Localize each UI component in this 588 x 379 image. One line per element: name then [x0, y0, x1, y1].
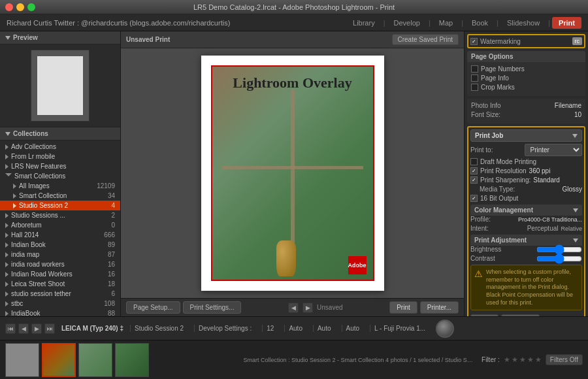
printer-final-button[interactable]: Printer... [420, 301, 459, 314]
crop-marks-row: Crop Marks [471, 84, 581, 91]
minimize-button[interactable] [16, 3, 24, 11]
crop-marks-label[interactable]: Crop Marks [471, 84, 515, 91]
tab-book[interactable]: Book [465, 17, 495, 29]
warning-box: ⚠ When selecting a custom profile, remem… [470, 265, 582, 310]
list-item[interactable]: Smart Collections [0, 171, 120, 181]
close-button[interactable] [5, 3, 13, 11]
arrow-icon [5, 242, 8, 248]
list-item[interactable]: Adv Collections [0, 142, 120, 152]
list-item[interactable]: india map 87 [0, 250, 120, 259]
print-sharpening-checkbox[interactable] [470, 176, 478, 184]
page-numbers-checkbox[interactable] [471, 65, 478, 73]
draft-mode-label[interactable]: Draft Mode Printing [470, 158, 536, 165]
print-button[interactable]: Print [470, 314, 498, 316]
page-info-checkbox[interactable] [471, 74, 478, 82]
print-job-header[interactable]: Print Job [470, 129, 582, 142]
print-buttons: Print Printer... [389, 301, 459, 314]
print-to-select[interactable]: Printer [525, 144, 583, 156]
list-item[interactable]: All Images 12109 [0, 181, 120, 191]
list-item[interactable]: Indian Book 89 [0, 240, 120, 250]
list-item[interactable]: Smart Collection 34 [0, 191, 120, 201]
studio-session-2-item[interactable]: Studio Session 2 4 [0, 201, 120, 210]
list-item[interactable]: Studio Sessions ... 2 [0, 210, 120, 220]
prev-page-button[interactable]: ◀ [288, 303, 299, 313]
print-page: Lightroom Overlay Adobe [201, 56, 384, 291]
page-info-row: Page Info [471, 74, 581, 82]
page-numbers-label[interactable]: Page Numbers [471, 65, 525, 73]
list-item[interactable]: Arboretum 0 [0, 220, 120, 230]
next-button[interactable]: ▶ [31, 323, 42, 334]
list-item[interactable]: Leica Street Shoot 18 [0, 279, 120, 289]
filmstrip-thumb-1[interactable] [5, 343, 39, 377]
next-page-button[interactable]: ▶ [302, 303, 313, 313]
filters-off-button[interactable]: Filters Off [546, 354, 583, 365]
list-item[interactable]: india road workers 16 [0, 259, 120, 269]
arrow-icon [5, 291, 8, 297]
page-options-body: Page Numbers Page Info Crop Marks [467, 62, 585, 96]
layout-info: Unsaved [317, 304, 342, 311]
tab-develop[interactable]: Develop [387, 17, 427, 29]
list-item[interactable]: LRS New Features [0, 161, 120, 171]
filmstrip-thumb-4[interactable] [115, 343, 149, 377]
arrow-icon [13, 193, 16, 199]
create-saved-button[interactable]: Create Saved Print [392, 34, 459, 45]
watermark-badge: rc [572, 37, 583, 45]
print-resolution-checkbox[interactable] [470, 167, 478, 174]
exposure-dial[interactable] [436, 320, 454, 338]
preview-panel [0, 44, 120, 127]
tab-slideshow[interactable]: Slideshow [500, 17, 546, 29]
collections-header[interactable]: Collections [0, 127, 120, 140]
print-canvas: Lightroom Overlay Adobe [121, 48, 464, 298]
vase-shape [276, 240, 296, 276]
page-setup-button[interactable]: Page Setup... [126, 301, 180, 314]
print-sharpening-label[interactable]: Print Sharpening: [470, 176, 531, 184]
crop-marks-checkbox[interactable] [471, 84, 478, 91]
arrow-icon [5, 272, 8, 277]
print-settings-button[interactable]: Print Settings... [183, 301, 242, 314]
last-button[interactable]: ⏭ [44, 323, 55, 334]
preview-header[interactable]: Preview [0, 31, 120, 44]
color-mgmt-header[interactable]: Color Management [470, 205, 582, 216]
adobe-logo: Adobe [348, 256, 367, 274]
sixteen-bit-label[interactable]: 16 Bit Output [470, 195, 518, 202]
contrast-slider[interactable] [536, 256, 582, 261]
page-info-label[interactable]: Page Info [471, 74, 509, 82]
list-item[interactable]: stbc 108 [0, 299, 120, 308]
filmstrip-thumb-3[interactable] [78, 343, 112, 377]
print-resolution-label[interactable]: Print Resolution [470, 167, 527, 174]
photo-info-body: Photo Info Filename Font Size: 10 [467, 99, 585, 124]
brightness-slider[interactable] [536, 247, 582, 252]
filmstrip-controls: Filter : ★ ★ ★ ★ ★ Filters Off [482, 354, 583, 365]
list-item[interactable]: IndiaBook 88 [0, 308, 120, 316]
draft-mode-checkbox[interactable] [470, 158, 478, 165]
contrast-row: Contrast [470, 255, 582, 262]
page-options-header[interactable]: Page Options [467, 51, 585, 62]
tab-map[interactable]: Map [433, 17, 459, 29]
printer-button[interactable]: Printer... [501, 314, 540, 316]
brightness-row: Brightness [470, 246, 582, 253]
list-item[interactable]: Indian Road Workers 16 [0, 269, 120, 279]
studio-info: Studio Session 2 [130, 325, 188, 332]
list-item[interactable]: studio session tether 6 [0, 289, 120, 299]
rating-stars: ★ ★ ★ ★ ★ [504, 355, 542, 364]
menu-bar: Richard Curtis Twitter : @richardcurtis … [0, 14, 588, 31]
filmstrip-thumb-2[interactable] [42, 343, 76, 377]
watermark-checkbox[interactable] [470, 38, 478, 45]
photo-info-row: Photo Info Filename [471, 102, 581, 109]
filmstrip-path: Smart Collection : Studio Session 2 - Sm… [238, 357, 480, 363]
list-item[interactable]: Hall 2014 666 [0, 230, 120, 240]
print-final-button[interactable]: Print [389, 301, 417, 314]
sixteen-bit-row: 16 Bit Output [470, 195, 582, 202]
list-item[interactable]: From Lr mobile [0, 152, 120, 161]
user-info: Richard Curtis Twitter : @richardcurtis … [7, 19, 230, 27]
watermark-row: Watermarking rc [470, 37, 582, 45]
intent-row: Intent: Perceptual Relative [470, 225, 582, 232]
arrow-icon [5, 144, 8, 150]
iso-info: Auto [342, 325, 364, 332]
tab-print[interactable]: Print [552, 17, 581, 29]
prev-button[interactable]: ◀ [18, 323, 29, 334]
maximize-button[interactable] [27, 3, 35, 11]
first-button[interactable]: ⏮ [5, 323, 16, 334]
tab-library[interactable]: Library [346, 17, 382, 29]
sixteen-bit-checkbox[interactable] [470, 195, 478, 202]
